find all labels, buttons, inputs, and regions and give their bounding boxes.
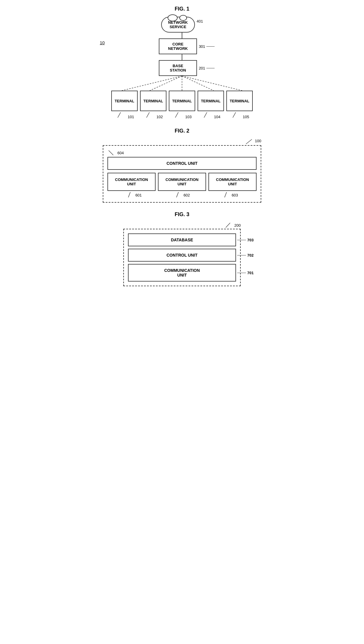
terminal-1: TERMINAL 101: [111, 91, 138, 119]
network-service-box: NETWORKSERVICE: [161, 17, 195, 33]
fig3-database-ref: 703: [247, 238, 254, 242]
svg-line-14: [225, 192, 227, 197]
svg-line-15: [226, 223, 230, 228]
network-service-ref: 401: [197, 19, 203, 23]
terminal-4-ref: 104: [201, 112, 220, 119]
terminal-2-ref: 102: [144, 112, 163, 119]
fig2-title: FIG. 2: [94, 128, 270, 134]
fig3-database: DATABASE 703: [128, 233, 236, 246]
fig3-diagram: FIG. 3 200 DATABASE 703 CONTROL UNIT: [94, 211, 270, 286]
fig3-comm-unit-ref: 701: [247, 271, 254, 275]
fig2-diagram: FIG. 2 100 604 CONTROL UNIT: [94, 128, 270, 203]
terminal-3-ref: 103: [172, 112, 191, 119]
fig1-diagram: FIG. 1 10 NETWORKSERVICE 401 CORENETWORK…: [94, 6, 270, 119]
fig3-comm-unit: COMMUNICATIONUNIT 701: [128, 264, 236, 282]
fig2-outer-box: 604 CONTROL UNIT COMMUNICATIONUNIT COMMU…: [103, 145, 261, 203]
terminal-1-box: TERMINAL: [111, 91, 138, 111]
svg-line-6: [146, 112, 149, 118]
terminal-4-box: TERMINAL: [198, 91, 224, 111]
fig2-comm-refs: 601 602 603: [107, 192, 257, 198]
fig2-comm-unit-3: COMMUNICATIONUNIT: [208, 173, 257, 191]
core-network-ref: 301: [199, 44, 205, 49]
fig3-outer-ref: 200: [234, 223, 241, 228]
base-station-ref: 201: [199, 66, 205, 70]
terminal-3-box: TERMINAL: [169, 91, 195, 111]
terminal-2-box: TERMINAL: [140, 91, 166, 111]
connector-2: [182, 54, 182, 60]
fig3-title: FIG. 3: [94, 211, 270, 218]
fig3-control-unit-ref: 702: [247, 253, 254, 257]
fig3-control-unit: CONTROL UNIT 702: [128, 249, 236, 262]
fig3-database-label: DATABASE: [171, 238, 193, 242]
svg-line-1: [150, 76, 182, 91]
fig2-comm-ref-3: 603: [232, 193, 238, 197]
dashed-connectors: [109, 76, 255, 91]
connector-1: [182, 33, 182, 38]
svg-line-8: [204, 112, 207, 118]
svg-line-9: [233, 112, 236, 118]
core-network-box: CORENETWORK: [159, 38, 197, 54]
terminal-5-box: TERMINAL: [226, 91, 253, 111]
fig1-title: FIG. 1: [175, 6, 189, 12]
fig3-outer-box: DATABASE 703 CONTROL UNIT 702 COMMUNICAT…: [123, 229, 241, 286]
fig2-inner-ref-label: 604: [117, 151, 124, 155]
fig2-comm-units-row: COMMUNICATIONUNIT COMMUNICATIONUNIT COMM…: [107, 173, 257, 191]
fig2-control-unit-label: CONTROL UNIT: [166, 161, 198, 166]
fig2-control-unit: CONTROL UNIT: [107, 157, 257, 170]
svg-line-13: [176, 192, 178, 197]
fig3-control-unit-label: CONTROL UNIT: [166, 253, 198, 257]
terminal-5: TERMINAL 105: [226, 91, 253, 119]
terminal-4: TERMINAL 104: [198, 91, 224, 119]
svg-line-10: [246, 139, 252, 144]
terminals-row: TERMINAL 101 TERMINAL 102 TERMINAL: [109, 91, 255, 119]
base-station-box: BASESTATION: [159, 60, 197, 76]
network-service-label: NETWORKSERVICE: [168, 20, 188, 29]
svg-line-11: [109, 150, 113, 155]
svg-line-3: [182, 76, 214, 91]
svg-line-4: [182, 76, 242, 91]
fig2-outer-ref: 100: [255, 139, 261, 143]
fig2-comm-unit-1: COMMUNICATIONUNIT: [107, 173, 156, 191]
svg-line-12: [128, 192, 130, 197]
svg-line-0: [122, 76, 182, 91]
fig2-comm-unit-2: COMMUNICATIONUNIT: [158, 173, 206, 191]
fig2-comm-ref-2: 602: [183, 193, 190, 197]
terminal-1-ref: 101: [115, 112, 134, 119]
fig2-comm-ref-1: 601: [135, 193, 142, 197]
terminal-3: TERMINAL 103: [169, 91, 195, 119]
svg-line-7: [175, 112, 178, 118]
terminal-5-ref: 105: [230, 112, 249, 119]
svg-line-5: [118, 112, 121, 118]
terminal-2: TERMINAL 102: [140, 91, 166, 119]
fig3-comm-unit-label: COMMUNICATIONUNIT: [164, 268, 200, 277]
